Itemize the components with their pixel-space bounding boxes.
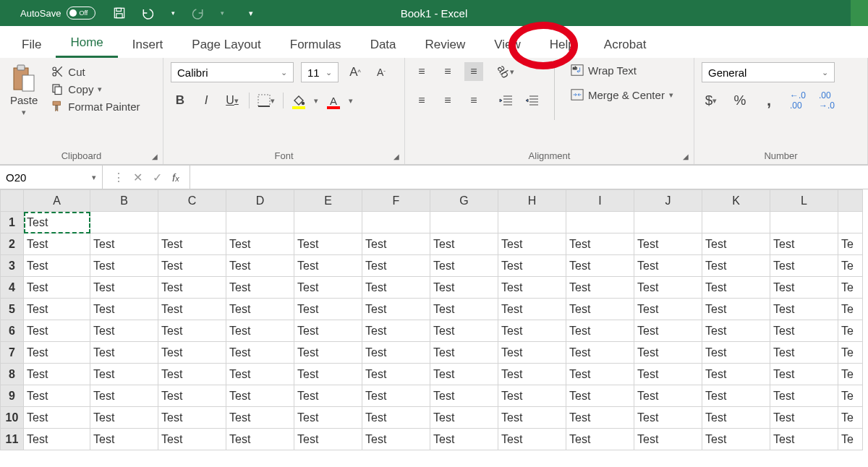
cell[interactable]: [566, 212, 634, 234]
cancel-icon[interactable]: ✕: [133, 171, 142, 184]
cell[interactable]: Test: [566, 385, 634, 407]
cell[interactable]: Te: [838, 342, 863, 364]
tab-formulas[interactable]: Formulas: [276, 30, 356, 58]
cell[interactable]: [702, 212, 770, 234]
column-header[interactable]: F: [362, 190, 430, 212]
cell[interactable]: Test: [430, 277, 498, 299]
cell[interactable]: Test: [430, 320, 498, 342]
cell[interactable]: Test: [294, 277, 362, 299]
cell[interactable]: Test: [158, 234, 226, 255]
column-header[interactable]: E: [294, 190, 362, 212]
column-header[interactable]: C: [158, 190, 226, 212]
cell[interactable]: Test: [566, 320, 634, 342]
cell[interactable]: Test: [498, 364, 566, 385]
tab-home[interactable]: Home: [56, 28, 117, 58]
column-header[interactable]: K: [702, 190, 770, 212]
cell[interactable]: [158, 212, 226, 234]
align-left-icon[interactable]: ≡: [412, 91, 431, 110]
cell[interactable]: Test: [566, 407, 634, 429]
cell[interactable]: Test: [90, 320, 158, 342]
cell[interactable]: Test: [362, 385, 430, 407]
number-format-select[interactable]: General ⌄: [702, 62, 835, 82]
cell[interactable]: Test: [24, 277, 90, 299]
fill-color-button[interactable]: [291, 91, 307, 110]
bold-button[interactable]: B: [171, 91, 190, 110]
decrease-indent-icon[interactable]: [496, 91, 515, 110]
formula-bar-input[interactable]: [190, 166, 868, 189]
wrap-text-button[interactable]: ab Wrap Text: [568, 62, 676, 78]
cell[interactable]: Test: [430, 429, 498, 450]
cell[interactable]: Test: [362, 342, 430, 364]
align-right-icon[interactable]: ≡: [464, 91, 483, 110]
select-all-corner[interactable]: [1, 190, 24, 212]
cell[interactable]: Test: [498, 320, 566, 342]
column-header[interactable]: J: [634, 190, 702, 212]
enter-icon[interactable]: ✓: [153, 171, 162, 184]
cell[interactable]: Test: [770, 364, 838, 385]
cell[interactable]: Test: [498, 429, 566, 450]
cell[interactable]: Test: [294, 407, 362, 429]
dialog-launcher-icon[interactable]: ◢: [150, 151, 160, 161]
cell[interactable]: Test: [90, 342, 158, 364]
underline-button[interactable]: U ▾: [223, 91, 242, 110]
tab-page-layout[interactable]: Page Layout: [177, 30, 275, 58]
cell[interactable]: [362, 212, 430, 234]
cell[interactable]: Test: [634, 255, 702, 277]
cell[interactable]: Test: [24, 299, 90, 320]
cell[interactable]: Test: [226, 407, 294, 429]
cell[interactable]: Test: [498, 277, 566, 299]
cell[interactable]: Test: [498, 407, 566, 429]
paste-button[interactable]: Paste ▾: [7, 62, 41, 119]
align-center-icon[interactable]: ≡: [438, 91, 457, 110]
column-header[interactable]: [838, 190, 863, 212]
cell[interactable]: Test: [498, 299, 566, 320]
cell[interactable]: Test: [90, 429, 158, 450]
copy-button[interactable]: Copy ▾: [48, 81, 142, 97]
dialog-launcher-icon[interactable]: ◢: [681, 151, 691, 161]
cell[interactable]: Test: [430, 299, 498, 320]
cell[interactable]: Test: [498, 342, 566, 364]
cell[interactable]: Te: [838, 299, 863, 320]
row-header[interactable]: 8: [1, 364, 24, 385]
cell[interactable]: Test: [702, 385, 770, 407]
cell[interactable]: Test: [362, 277, 430, 299]
increase-decimal-icon[interactable]: ←.0.00: [788, 91, 807, 110]
redo-icon[interactable]: [190, 5, 205, 21]
cell[interactable]: Te: [838, 320, 863, 342]
font-name-select[interactable]: Calibri ⌄: [171, 62, 294, 82]
cell[interactable]: Test: [634, 234, 702, 255]
cell[interactable]: Test: [362, 407, 430, 429]
chevron-down-icon[interactable]: ▾: [218, 5, 226, 21]
tab-acrobat[interactable]: Acrobat: [590, 30, 661, 58]
cell[interactable]: Test: [158, 255, 226, 277]
cell[interactable]: Test: [566, 342, 634, 364]
cell[interactable]: Test: [24, 255, 90, 277]
cell[interactable]: Test: [498, 234, 566, 255]
align-bottom-icon[interactable]: ≡: [464, 62, 483, 81]
cell[interactable]: Te: [838, 255, 863, 277]
cell[interactable]: Test: [362, 255, 430, 277]
cell[interactable]: Te: [838, 385, 863, 407]
cell[interactable]: Test: [702, 255, 770, 277]
cell[interactable]: Test: [634, 385, 702, 407]
cell[interactable]: Test: [770, 429, 838, 450]
autosave-toggle[interactable]: Off: [67, 7, 95, 20]
cell[interactable]: [770, 212, 838, 234]
spreadsheet-grid[interactable]: ABCDEFGHIJKL1Test2TestTestTestTestTestTe…: [0, 189, 868, 450]
cell[interactable]: Test: [702, 429, 770, 450]
more-icon[interactable]: ⋮: [113, 171, 123, 184]
cell[interactable]: Test: [226, 342, 294, 364]
cell[interactable]: Test: [294, 429, 362, 450]
cell[interactable]: Test: [158, 385, 226, 407]
cell[interactable]: Test: [634, 364, 702, 385]
cell[interactable]: Test: [158, 364, 226, 385]
cell[interactable]: Test: [770, 234, 838, 255]
cell[interactable]: [838, 212, 863, 234]
cell[interactable]: Test: [770, 385, 838, 407]
cell[interactable]: Test: [566, 255, 634, 277]
row-header[interactable]: 2: [1, 234, 24, 255]
undo-icon[interactable]: [140, 5, 156, 21]
cell[interactable]: Test: [294, 299, 362, 320]
increase-font-icon[interactable]: A^: [346, 63, 365, 82]
cell[interactable]: Test: [158, 299, 226, 320]
